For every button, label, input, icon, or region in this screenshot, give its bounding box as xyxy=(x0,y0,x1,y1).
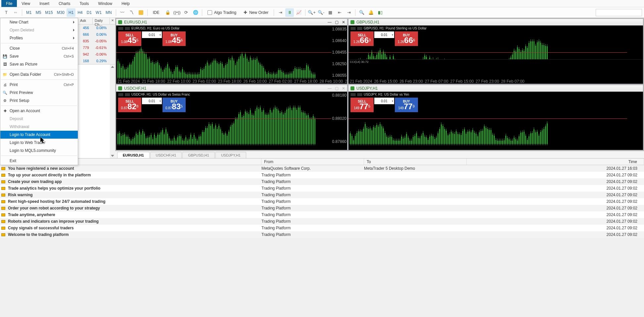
menu-item-close[interactable]: CloseCtrl+F4 xyxy=(0,44,78,52)
menu-item-login-to-trade-account[interactable]: Login to Trade Account xyxy=(0,131,78,139)
maximize-icon[interactable]: ▢ xyxy=(335,20,339,24)
connection-icon[interactable]: ▮▯ xyxy=(376,8,385,17)
mail-row[interactable]: Robots and indicators can improve your t… xyxy=(0,218,644,225)
notifications-icon[interactable]: 🔔 xyxy=(367,8,375,17)
objects-icon[interactable]: ◦◦ xyxy=(11,8,20,17)
tile-windows-icon[interactable]: ▦ xyxy=(326,8,335,17)
chart-canvas[interactable]: USDJPY, H1: US Dollar vs YenSELL1497750.… xyxy=(348,92,643,145)
menu-item-open-an-account[interactable]: ✚Open an Account xyxy=(0,107,78,115)
menu-item-new-chart[interactable]: New Chart xyxy=(0,18,78,26)
mail-row[interactable]: Top up your account directly in the plat… xyxy=(0,172,644,178)
chart-titlebar[interactable]: USDCHF,H1—▢✕ xyxy=(116,85,347,92)
market-icon[interactable]: 🔒 xyxy=(163,8,172,17)
timeframe-m30[interactable]: M30 xyxy=(55,8,67,17)
col-daily-change[interactable]: Daily Ch... xyxy=(93,18,110,24)
maximize-icon[interactable]: ▢ xyxy=(335,86,339,91)
sell-button[interactable]: SELL0.87828 xyxy=(118,98,141,112)
algo-trading-button[interactable]: Algo Trading xyxy=(204,8,240,17)
menu-item-print-setup[interactable]: ⚙Print Setup xyxy=(0,97,78,105)
timeframe-d1[interactable]: D1 xyxy=(85,8,94,17)
menu-file[interactable]: File xyxy=(1,0,17,7)
mail-row[interactable]: Create your own trading appTrading Platf… xyxy=(0,178,644,185)
chart-tab-gbpusd-h1[interactable]: GBPUSD,H1 xyxy=(182,152,215,158)
timeframe-mn[interactable]: MN xyxy=(104,8,114,17)
mail-row[interactable]: Order your own robot according to your s… xyxy=(0,205,644,211)
menu-item-open-data-folder[interactable]: 📁Open Data FolderCtrl+Shift+D xyxy=(0,70,78,78)
timeframe-m5[interactable]: M5 xyxy=(34,8,43,17)
scrollbar[interactable] xyxy=(110,65,115,158)
line-chart-icon[interactable]: 〰 xyxy=(118,8,127,17)
menu-item-save-as-picture[interactable]: 🖼Save as Picture xyxy=(0,60,78,68)
zoom-in-icon[interactable]: 🔍+ xyxy=(307,8,316,17)
col-to[interactable]: To xyxy=(364,158,467,165)
step-fwd-icon[interactable]: ⇥ xyxy=(345,8,353,17)
web-icon[interactable]: 🌐 xyxy=(191,8,200,17)
chart-tab-usdchf-h1[interactable]: USDCHF,H1 xyxy=(150,152,182,158)
col-ask[interactable]: Ask xyxy=(78,18,93,24)
menu-item-print[interactable]: 🖨PrintCtrl+P xyxy=(0,81,78,89)
timeframe-w1[interactable]: W1 xyxy=(94,8,104,17)
menu-tools[interactable]: Tools xyxy=(75,0,94,7)
chart-canvas[interactable]: GBPUSD, H1: Pound Sterling vs US DollarS… xyxy=(348,25,643,79)
menu-help[interactable]: Help xyxy=(117,0,134,7)
menu-view[interactable]: View xyxy=(17,0,35,7)
chart-titlebar[interactable]: GBPUSD,H1 xyxy=(348,19,643,25)
timeframe-h1[interactable]: H1 xyxy=(67,8,75,17)
mail-row[interactable]: Risk warningTrading Platform2024.01.27 0… xyxy=(0,192,644,198)
timeframe-m1[interactable]: M1 xyxy=(24,8,34,17)
menu-insert[interactable]: Insert xyxy=(35,0,54,7)
signals-icon[interactable]: ((•)) xyxy=(173,8,181,17)
buy-button[interactable]: BUY149779 xyxy=(395,98,418,112)
buy-button[interactable]: BUY1.08456 xyxy=(162,31,186,46)
new-order-button[interactable]: ✚New Order xyxy=(240,8,272,17)
chart-titlebar[interactable]: USDJPY,H1 xyxy=(348,85,643,92)
sell-button[interactable]: SELL1.08455 xyxy=(118,31,141,46)
text-tool-icon[interactable]: T xyxy=(2,8,11,17)
close-icon[interactable]: ✕ xyxy=(342,86,345,91)
chart-tab-usdjpy-h1[interactable]: USDJPY,H1 xyxy=(215,152,246,158)
menu-item-login-to-mql5-community[interactable]: Login to MQL5.community xyxy=(0,147,78,155)
search-input[interactable] xyxy=(596,9,642,16)
search-icon[interactable]: 🔍 xyxy=(357,8,366,17)
mail-row[interactable]: Copy signals of successful tradersTradin… xyxy=(0,225,644,231)
vps-icon[interactable]: ⟳ xyxy=(182,8,191,17)
sell-button[interactable]: SELL1.26663 xyxy=(350,31,374,46)
menu-item-save[interactable]: 💾SaveCtrl+S xyxy=(0,52,78,60)
menu-item-exit[interactable]: Exit xyxy=(0,157,78,165)
menu-charts[interactable]: Charts xyxy=(54,0,75,7)
timeframe-m15[interactable]: M15 xyxy=(43,8,55,17)
menu-item-profiles[interactable]: Profiles xyxy=(0,34,78,42)
chart-canvas[interactable]: EURUSD, H1: Euro vs US DollarSELL1.08455… xyxy=(116,25,347,79)
mail-row[interactable]: Trade analytics helps you optimize your … xyxy=(0,185,644,192)
buy-button[interactable]: BUY1.26666 xyxy=(395,31,418,46)
chart-type-icon[interactable]: 📈 xyxy=(295,8,303,17)
menu-window[interactable]: Window xyxy=(94,0,117,7)
volume-input[interactable]: 0.01 xyxy=(142,31,162,38)
step-back-icon[interactable]: ⇤ xyxy=(335,8,344,17)
auto-scroll-icon[interactable]: ⏸ xyxy=(285,8,294,17)
chart-canvas[interactable]: USDCHF, H1: US Dollar vs Swiss FrancSELL… xyxy=(116,92,347,145)
panel-close-icon[interactable]: ✕ xyxy=(110,18,115,24)
minimize-icon[interactable]: — xyxy=(328,20,332,24)
volume-input[interactable]: 0.01 xyxy=(142,98,162,104)
volume-input[interactable]: 0.01 xyxy=(374,98,394,104)
mail-row[interactable]: Rent high-speed hosting for 24/7 automat… xyxy=(0,198,644,205)
chart-tab-eurusd-h1[interactable]: EURUSD,H1 xyxy=(117,152,150,158)
volume-input[interactable]: 0.01 xyxy=(374,31,394,38)
sell-button[interactable]: SELL149775 xyxy=(350,98,374,112)
menu-item-login-to-web-trader[interactable]: Login to Web Trader xyxy=(0,139,78,147)
mail-row[interactable]: Welcome to the trading platformTrading P… xyxy=(0,231,644,238)
col-from[interactable]: From xyxy=(261,158,364,165)
mail-row[interactable]: You have registered a new accountMetaQuo… xyxy=(0,165,644,172)
close-icon[interactable]: ✕ xyxy=(342,20,345,24)
chart-shift-icon[interactable]: ⇥ xyxy=(276,8,285,17)
menu-item-print-preview[interactable]: 🔍Print Preview xyxy=(0,89,78,97)
indicator-icon[interactable]: 〽 xyxy=(127,8,136,17)
mail-row[interactable]: Trade anytime, anywhereTrading Platform2… xyxy=(0,211,644,218)
minimize-icon[interactable]: — xyxy=(328,86,332,91)
zoom-out-icon[interactable]: 🔍- xyxy=(317,8,325,17)
yellow-tool-icon[interactable] xyxy=(137,8,145,17)
timeframe-h4[interactable]: H4 xyxy=(75,8,84,17)
col-time[interactable]: Time xyxy=(467,158,644,165)
chart-titlebar[interactable]: EURUSD,H1—▢✕ xyxy=(116,19,347,25)
